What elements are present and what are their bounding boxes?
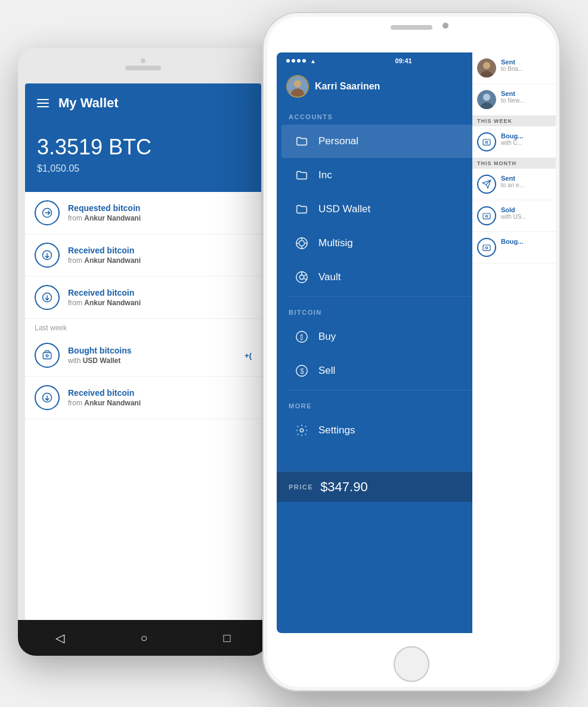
svg-point-4: [46, 355, 48, 357]
right-transaction-panel: Sent to Bria... Sent to New...: [472, 52, 556, 663]
tx-details: Bought bitcoins with USD Wallet: [68, 346, 236, 365]
ios-phone: ▲ 09:41 ▶ ✦ 100%: [262, 12, 561, 692]
list-item[interactable]: Sold with US...: [472, 200, 556, 232]
signal-dot-3: [297, 59, 301, 63]
back-button[interactable]: ◁: [55, 631, 64, 645]
sidebar-item-label-settings: Settings: [318, 424, 355, 436]
folder-icon-inc: [293, 167, 310, 184]
folder-icon: [293, 133, 310, 150]
balance-section: 3.3519 BTC $1,050.05: [25, 123, 261, 192]
menu-button[interactable]: [37, 99, 49, 107]
svg-line-14: [304, 274, 307, 276]
tx-amount: +(: [245, 351, 252, 360]
sidebar-item-label-personal: Personal: [318, 135, 358, 147]
dollar-icon: $: [293, 362, 310, 379]
tx-details: Sent to Bria...: [501, 58, 523, 72]
sidebar-item-label-buy: Buy: [318, 331, 336, 343]
tx-title: Bought bitcoins: [68, 346, 236, 355]
signal-dot-2: [292, 59, 295, 63]
svg-point-30: [485, 215, 487, 217]
signal-dot-4: [302, 59, 306, 63]
android-speaker: [125, 66, 161, 70]
svg-point-28: [485, 141, 487, 143]
list-item[interactable]: Boug...: [472, 232, 556, 263]
tx-desc: with US...: [501, 213, 527, 220]
tx-details: Sent to New...: [501, 90, 524, 104]
table-row[interactable]: Bought bitcoins with USD Wallet +(: [25, 334, 261, 377]
svg-text:₿: ₿: [300, 334, 304, 341]
svg-point-25: [483, 94, 490, 101]
tx-title: Received bitcoin: [68, 288, 252, 297]
app-title: My Wallet: [58, 95, 119, 111]
recents-button[interactable]: □: [223, 631, 230, 645]
table-row[interactable]: Received bitcoin from Ankur Nandwani: [25, 377, 261, 419]
tx-desc: to an e...: [501, 182, 524, 188]
ios-home-button[interactable]: [394, 646, 429, 682]
signal-dot-1: [286, 59, 290, 63]
ios-frame: ▲ 09:41 ▶ ✦ 100%: [267, 17, 556, 687]
gear-icon: [293, 422, 310, 439]
tx-details: Sold with US...: [501, 206, 527, 220]
tx-subtitle: from Ankur Nandwani: [68, 256, 252, 265]
svg-rect-27: [483, 139, 490, 145]
android-camera: [141, 58, 146, 63]
signal-indicators: ▲: [286, 58, 316, 64]
tx-action: Sold: [501, 206, 527, 213]
tx-action: Sent: [501, 90, 524, 97]
svg-point-7: [294, 80, 302, 88]
multisig-icon: [293, 235, 310, 252]
avatar-2: [477, 90, 496, 109]
tx-subtitle: from Ankur Nandwani: [68, 299, 252, 307]
username: Karri Saarinen: [315, 81, 380, 92]
sidebar-item-label-sell: Sell: [318, 365, 335, 377]
tx-details: Requested bitcoin from Ankur Nandwani: [68, 203, 252, 222]
sidebar-item-label-multisig: Multisig: [318, 237, 353, 249]
table-row[interactable]: Requested bitcoin from Ankur Nandwani: [25, 192, 261, 234]
list-item[interactable]: Sent to Bria...: [472, 52, 556, 84]
receive-icon-3: [35, 385, 60, 410]
usd-balance: $1,050.05: [37, 163, 249, 174]
home-button[interactable]: ○: [140, 631, 147, 645]
tx-title: Received bitcoin: [68, 246, 252, 255]
tx-action: Boug...: [501, 132, 523, 139]
table-row[interactable]: Received bitcoin from Ankur Nandwani: [25, 234, 261, 277]
tx-details: Boug... with C...: [501, 132, 523, 146]
buy-icon-sm-2: [477, 238, 496, 257]
tx-title: Received bitcoin: [68, 388, 252, 398]
request-icon: [35, 200, 60, 225]
svg-rect-31: [483, 245, 490, 250]
tx-action: Sent: [501, 58, 523, 66]
list-item[interactable]: Boug... with C...: [472, 126, 556, 158]
svg-line-15: [304, 278, 307, 280]
svg-rect-29: [483, 213, 490, 219]
price-label: PRICE: [289, 483, 313, 491]
list-item[interactable]: Sent to an e...: [472, 169, 556, 200]
android-phone: My Wallet 3.3519 BTC $1,050.05 Requested…: [18, 48, 268, 656]
svg-point-32: [485, 247, 487, 249]
svg-point-12: [299, 275, 304, 279]
table-row[interactable]: Received bitcoin from Ankur Nandwani: [25, 277, 261, 319]
tx-details: Sent to an e...: [501, 175, 524, 188]
svg-point-22: [483, 62, 490, 69]
android-app-header: My Wallet: [25, 83, 261, 123]
vault-icon: [293, 269, 310, 286]
tx-details: Boug...: [501, 238, 523, 245]
this-week-header: THIS WEEK: [472, 116, 556, 126]
price-value: $347.90: [320, 479, 368, 495]
sidebar-item-label-inc: Inc: [318, 169, 332, 181]
svg-point-8: [291, 89, 304, 98]
svg-rect-3: [43, 353, 51, 359]
avatar: [286, 75, 309, 98]
receive-icon-2: [35, 285, 60, 310]
section-label-last-week: Last week: [25, 319, 261, 334]
folder-icon-usd: [293, 201, 310, 218]
tx-desc: to New...: [501, 97, 524, 104]
user-info[interactable]: Karri Saarinen: [286, 75, 380, 98]
list-item[interactable]: Sent to New...: [472, 84, 556, 116]
wifi-icon: ▲: [310, 58, 316, 64]
transaction-list: Requested bitcoin from Ankur Nandwani Re…: [25, 192, 261, 419]
android-screen: My Wallet 3.3519 BTC $1,050.05 Requested…: [25, 83, 261, 620]
send-icon-sm: [477, 175, 496, 194]
tx-desc: to Bria...: [501, 66, 523, 72]
buy-icon-sm: [477, 132, 496, 151]
